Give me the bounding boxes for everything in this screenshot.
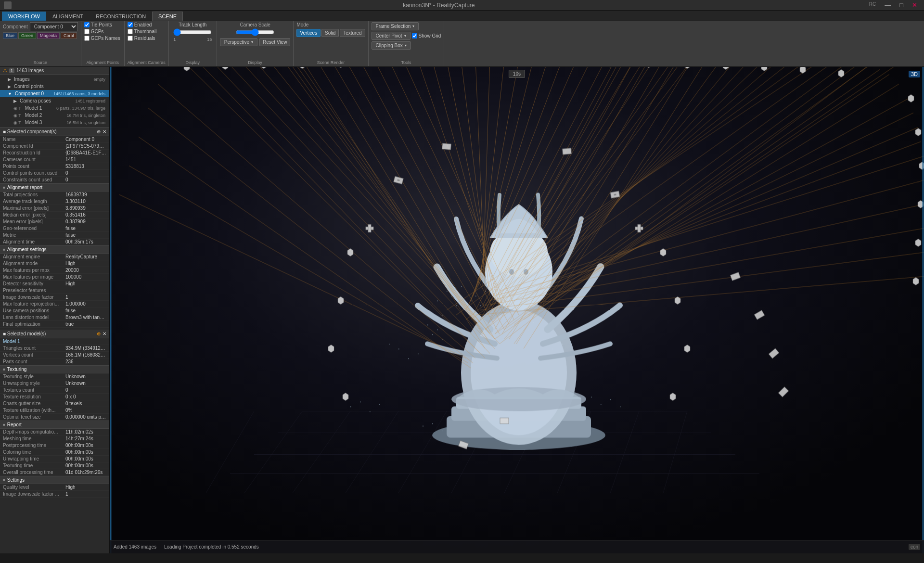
perspective-dropdown[interactable]: Perspective [220, 38, 257, 46]
viewport-3d-label: 3D [909, 71, 920, 77]
prop-median-error: Median error [pixels]0.351416 [0, 212, 109, 218]
svg-rect-55 [601, 404, 602, 405]
alignment-cameras-label: Alignment Cameras [128, 59, 166, 65]
maximize-button[interactable]: □ [897, 1, 906, 9]
svg-rect-28 [495, 301, 496, 302]
thumbnail-input[interactable] [128, 29, 133, 34]
svg-rect-50 [350, 407, 351, 408]
component-options-icon[interactable]: ⊕ [97, 129, 101, 134]
show-grid-checkbox[interactable]: Show Grid [412, 32, 441, 40]
residuals-input[interactable] [128, 36, 133, 41]
svg-rect-24 [475, 296, 476, 297]
tree-item-model2[interactable]: ◉ T Model 2 16.7M tris, singleton [0, 112, 109, 119]
tree-label-model2: Model 2 [25, 113, 42, 118]
prop-img-downscale: Image downscale factor ...1 [0, 491, 109, 498]
settings-header[interactable]: Settings [0, 476, 109, 484]
texturing-header[interactable]: Texturing [0, 365, 109, 373]
title-bar: kannon3N* - RealityCapture RC — □ ✕ [0, 0, 924, 11]
tree-item-images[interactable]: ▶ Images empty [0, 76, 109, 83]
color-btn-magenta[interactable]: Magenta [37, 32, 60, 39]
prop-lens-distortion: Lens distortion modelBrown3 with tangent… [0, 314, 109, 321]
svg-rect-59 [432, 423, 433, 424]
toolbar-tools-group: Frame Selection Center Pivot Show Grid C… [369, 21, 445, 66]
residuals-checkbox[interactable]: Residuals [128, 36, 155, 41]
window-controls[interactable]: RC — □ ✕ [866, 1, 920, 9]
time-slider-button[interactable]: 10s [509, 70, 525, 78]
reset-view-button[interactable]: Reset View [259, 38, 290, 46]
prop-optimal-texel: Optimal texel size0.000000 units per tex… [0, 414, 109, 421]
selected-component-header[interactable]: ■ Selected component(s) ⊕ ✕ [0, 128, 109, 136]
svg-rect-42 [398, 349, 399, 350]
close-button[interactable]: ✕ [909, 1, 920, 9]
vis-icon1: ◉ T [13, 106, 21, 111]
vertices-button[interactable]: Vertices [296, 29, 321, 37]
clipping-box-dropdown[interactable]: Clipping Box [372, 41, 411, 50]
prop-preselector: Preselector features [0, 287, 109, 294]
svg-rect-25 [480, 306, 481, 307]
camera-scale-slider[interactable] [236, 28, 274, 36]
tree-item-control-points[interactable]: ▶ Control points [0, 83, 109, 90]
toolbar: Component Component 0 Blue Green Magenta… [0, 21, 924, 67]
minimize-button[interactable]: — [882, 1, 894, 9]
color-btn-coral[interactable]: Coral [61, 32, 77, 39]
tree-label-model1: Model 1 [25, 105, 42, 111]
status-msg1: Added 1463 images [114, 544, 156, 550]
toolbar-display-group: Camera Scale Perspective Reset View Disp… [217, 21, 294, 66]
tree-item-model1[interactable]: ◉ T Model 1 6 parts, 334.9M tris, large [0, 104, 109, 112]
component-close-icon[interactable]: ✕ [103, 129, 106, 134]
track-length-slider[interactable] [173, 28, 212, 36]
main-area: ⚠ 1 1463 images ▶ Images empty ▶ Control… [0, 67, 924, 553]
left-panel: ⚠ 1 1463 images ▶ Images empty ▶ Control… [0, 67, 110, 553]
display2-label: Display [220, 59, 291, 65]
gcps-checkbox[interactable]: GCPs [84, 29, 104, 34]
prop-points-count: Points count 5318813 [0, 163, 109, 170]
selected-model-header[interactable]: ■ Selected model(s) ⊕ ✕ [0, 330, 109, 338]
svg-rect-52 [370, 411, 371, 412]
thumbnail-checkbox[interactable]: Thumbnail [128, 29, 157, 34]
tree-item-model3[interactable]: ◉ T Model 3 16.5M tris, singleton [0, 119, 109, 126]
tree-item-component0[interactable]: ▼ Component 0 1451/1463 cams, 3 models [0, 90, 109, 97]
textured-button[interactable]: Textured [340, 29, 365, 37]
component-select[interactable]: Component 0 [30, 22, 78, 31]
alignment-settings-header[interactable]: Alignment settings [0, 245, 109, 254]
vis-icon3: ◉ T [13, 120, 21, 125]
prop-max-error: Maximal error [pixels]3.890939 [0, 205, 109, 212]
enabled-input[interactable] [128, 22, 133, 27]
viewport[interactable]: 3D 10s Added 1463 images Loading Project… [110, 67, 924, 553]
gcps-names-input[interactable] [84, 36, 90, 41]
svg-rect-18 [456, 306, 457, 307]
solid-button[interactable]: Solid [321, 29, 339, 37]
display-label: Display [172, 59, 214, 65]
scene-tree: ▶ Images empty ▶ Control points ▼ Compon… [0, 75, 109, 128]
frame-selection-dropdown[interactable]: Frame Selection [372, 22, 419, 30]
report-header[interactable]: Report [0, 421, 109, 429]
svg-rect-34 [427, 325, 428, 326]
tab-alignment[interactable]: ALIGNMENT [46, 12, 90, 21]
tab-reconstruction[interactable]: RECONSTRUCTION [90, 12, 152, 21]
toolbar-scene-render-group: Mode Vertices Solid Textured Scene Rende… [294, 21, 368, 66]
svg-rect-21 [461, 286, 462, 287]
prop-depth-maps: Depth-maps computatio...11h:02m:02s [0, 429, 109, 435]
gcps-names-checkbox[interactable]: GCPs Names [84, 36, 120, 41]
prop-name: Name Component 0 [0, 136, 109, 143]
prop-model-name: Model 1 [0, 338, 109, 345]
prop-avg-track: Average track length3.303110 [0, 198, 109, 205]
model-options-icon[interactable]: ⊕ [97, 331, 101, 336]
model-close-icon[interactable]: ✕ [103, 331, 106, 336]
prop-total-proj: Total projections16939739 [0, 192, 109, 198]
gcps-input[interactable] [84, 29, 90, 34]
tie-points-input[interactable] [84, 22, 90, 27]
tab-workflow[interactable]: WORKFLOW [2, 12, 46, 21]
alignment-report-header[interactable]: Alignment report [0, 183, 109, 192]
enabled-checkbox[interactable]: Enabled [128, 22, 152, 27]
color-btn-green[interactable]: Green [18, 32, 36, 39]
rc-label: RC [866, 1, 879, 9]
tab-scene[interactable]: SCENE [152, 12, 183, 21]
tree-item-camera-poses[interactable]: ▶ Camera poses 1451 registered [0, 97, 109, 104]
tie-points-checkbox[interactable]: Tie Points [84, 22, 112, 27]
prop-max-feat-mpx: Max features per mpx20000 [0, 267, 109, 274]
center-pivot-dropdown[interactable]: Center Pivot [372, 32, 411, 40]
color-btn-blue[interactable]: Blue [3, 32, 17, 39]
show-grid-input[interactable] [412, 33, 417, 38]
scene-render-label: Scene Render [296, 59, 365, 65]
